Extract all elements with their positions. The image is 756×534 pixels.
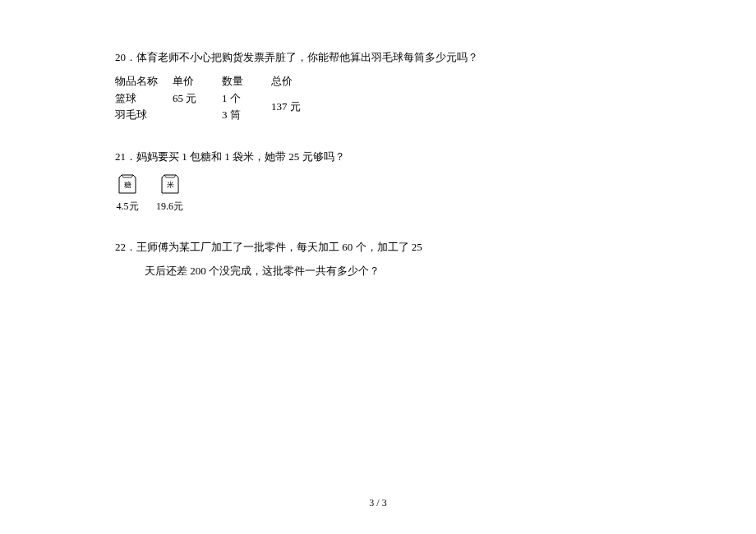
sugar-bag-icon: 糖 bbox=[115, 173, 140, 196]
question-21: 21．妈妈要买 1 包糖和 1 袋米，她带 25 元够吗？ 糖 4.5元 米 1… bbox=[115, 149, 641, 214]
svg-text:糖: 糖 bbox=[124, 181, 131, 189]
rice-price: 19.6元 bbox=[156, 199, 183, 214]
q20-number: 20． bbox=[115, 51, 136, 63]
table-row: 篮球 65 元 1 个 bbox=[115, 90, 271, 108]
q21-prompt: 21．妈妈要买 1 包糖和 1 袋米，她带 25 元够吗？ bbox=[115, 149, 641, 166]
q21-number: 21． bbox=[115, 150, 136, 163]
item-sugar: 糖 4.5元 bbox=[115, 173, 140, 214]
q22-line2: 天后还差 200 个没完成，这批零件一共有多少个？ bbox=[115, 263, 641, 280]
q20-text: 体育老师不小心把购货发票弄脏了，你能帮他算出羽毛球每筒多少元吗？ bbox=[136, 51, 478, 63]
page-footer: 3 / 3 bbox=[369, 497, 386, 509]
row2-qty: 3 筒 bbox=[222, 107, 271, 124]
row2-name: 羽毛球 bbox=[115, 107, 173, 124]
question-20: 20．体育老师不小心把购货发票弄脏了，你能帮他算出羽毛球每筒多少元吗？ 物品名称… bbox=[115, 49, 641, 124]
q22-prompt: 22．王师傅为某工厂加工了一批零件，每天加工 60 个，加工了 25 bbox=[115, 239, 641, 256]
q21-text: 妈妈要买 1 包糖和 1 袋米，她带 25 元够吗？ bbox=[136, 150, 345, 163]
table-header: 物品名称 单价 数量 总价 bbox=[115, 73, 641, 90]
row1-qty: 1 个 bbox=[222, 90, 271, 108]
q21-items: 糖 4.5元 米 19.6元 bbox=[115, 173, 641, 214]
question-22: 22．王师傅为某工厂加工了一批零件，每天加工 60 个，加工了 25 天后还差 … bbox=[115, 239, 641, 280]
header-qty: 数量 bbox=[222, 73, 271, 90]
table-row: 羽毛球 3 筒 bbox=[115, 107, 271, 124]
row1-name: 篮球 bbox=[115, 90, 173, 108]
header-price: 单价 bbox=[173, 73, 222, 90]
svg-text:米: 米 bbox=[166, 181, 173, 189]
q20-prompt: 20．体育老师不小心把购货发票弄脏了，你能帮他算出羽毛球每筒多少元吗？ bbox=[115, 49, 641, 67]
item-rice: 米 19.6元 bbox=[156, 173, 183, 214]
q22-line1: 王师傅为某工厂加工了一批零件，每天加工 60 个，加工了 25 bbox=[136, 241, 422, 253]
total-value: 137 元 bbox=[271, 99, 320, 116]
q22-number: 22． bbox=[115, 241, 136, 253]
header-name: 物品名称 bbox=[115, 73, 173, 90]
sugar-price: 4.5元 bbox=[117, 199, 139, 214]
header-total: 总价 bbox=[271, 73, 320, 90]
q20-table: 物品名称 单价 数量 总价 篮球 65 元 1 个 羽毛球 3 筒 137 元 bbox=[115, 73, 641, 124]
row1-price: 65 元 bbox=[173, 90, 222, 108]
rice-bag-icon: 米 bbox=[158, 173, 182, 196]
